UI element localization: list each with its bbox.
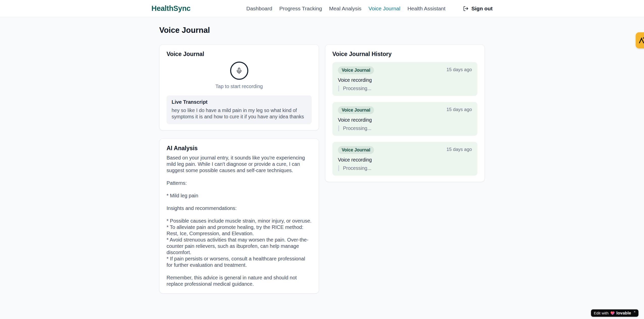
- history-item-badge: Voice Journal: [338, 146, 374, 154]
- live-transcript-title: Live Transcript: [172, 99, 307, 105]
- left-column: Voice Journal Tap to start recording: [159, 44, 319, 294]
- edit-with-lovable-badge[interactable]: Edit with lovable ×: [591, 309, 638, 317]
- voice-journal-history-card: Voice Journal History Voice Journal 15 d…: [325, 44, 485, 182]
- nav-item-health-assistant[interactable]: Health Assistant: [407, 6, 445, 12]
- history-item-title: Voice recording: [338, 77, 472, 83]
- mic-area: Tap to start recording: [167, 61, 312, 89]
- nav-item-progress-tracking[interactable]: Progress Tracking: [279, 6, 322, 12]
- history-item[interactable]: Voice Journal 15 days ago Voice recordin…: [332, 142, 477, 176]
- tap-to-record-hint: Tap to start recording: [167, 84, 312, 89]
- sign-out-button[interactable]: Sign out: [463, 6, 493, 12]
- lovable-badge-brand: lovable: [616, 311, 631, 315]
- history-item[interactable]: Voice Journal 15 days ago Voice recordin…: [332, 102, 477, 136]
- history-item-title: Voice recording: [338, 157, 472, 163]
- history-card-title: Voice Journal History: [332, 51, 477, 58]
- history-item-timestamp: 15 days ago: [446, 146, 472, 152]
- history-item[interactable]: Voice Journal 15 days ago Voice recordin…: [332, 62, 477, 96]
- ai-analysis-text: Based on your journal entry, it sounds l…: [167, 155, 312, 287]
- history-item-badge: Voice Journal: [338, 106, 374, 114]
- history-item-timestamp: 15 days ago: [446, 106, 472, 112]
- agent-logo-icon: [638, 36, 644, 44]
- live-transcript-text: hey so like I do have a mild pain in my …: [172, 107, 307, 120]
- primary-nav: Dashboard Progress Tracking Meal Analysi…: [246, 6, 493, 12]
- live-transcript-box: Live Transcript hey so like I do have a …: [167, 95, 312, 124]
- gradient-heart-icon: [610, 311, 615, 315]
- two-column-layout: Voice Journal Tap to start recording: [159, 44, 485, 294]
- history-item-timestamp: 15 days ago: [446, 66, 472, 72]
- header-inner: HealthSync Dashboard Progress Tracking M…: [151, 4, 493, 13]
- history-item-badge: Voice Journal: [338, 66, 374, 74]
- right-column: Voice Journal History Voice Journal 15 d…: [325, 44, 485, 182]
- nav-item-meal-analysis[interactable]: Meal Analysis: [329, 6, 361, 12]
- nav-item-voice-journal[interactable]: Voice Journal: [368, 6, 400, 12]
- mic-icon: [236, 67, 243, 74]
- brand-logo[interactable]: HealthSync: [151, 4, 191, 13]
- voice-journal-card: Voice Journal Tap to start recording: [159, 44, 319, 130]
- main-content: Voice Journal Voice Journal: [159, 17, 485, 294]
- ai-analysis-card-title: AI Analysis: [167, 145, 312, 152]
- history-item-status: Processing...: [338, 125, 472, 131]
- history-item-title: Voice recording: [338, 117, 472, 123]
- sign-out-label: Sign out: [471, 6, 493, 12]
- top-nav: HealthSync Dashboard Progress Tracking M…: [0, 0, 644, 17]
- history-item-header: Voice Journal 15 days ago: [338, 106, 472, 114]
- history-item-header: Voice Journal 15 days ago: [338, 146, 472, 154]
- logout-icon: [463, 6, 469, 11]
- record-button[interactable]: [230, 62, 248, 80]
- lovable-badge-prefix: Edit with: [594, 311, 609, 315]
- page-title: Voice Journal: [159, 26, 485, 35]
- nav-item-dashboard[interactable]: Dashboard: [246, 6, 272, 12]
- voice-journal-card-title: Voice Journal: [167, 51, 312, 58]
- history-item-status: Processing...: [338, 165, 472, 171]
- close-icon[interactable]: ×: [634, 310, 636, 314]
- ai-analysis-card: AI Analysis Based on your journal entry,…: [159, 139, 319, 294]
- history-item-status: Processing...: [338, 86, 472, 91]
- history-item-header: Voice Journal 15 days ago: [338, 66, 472, 74]
- browser-agent-side-tab[interactable]: [636, 32, 644, 48]
